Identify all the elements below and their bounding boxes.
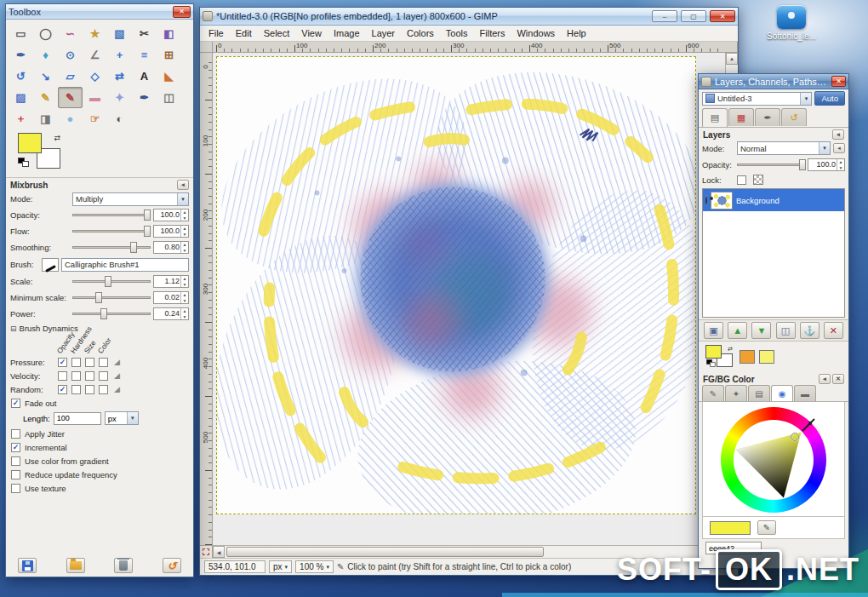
- flow-slider-handle[interactable]: [144, 226, 151, 237]
- layers-menu-button[interactable]: ◂: [832, 129, 844, 140]
- spin-down-icon[interactable]: ▼: [837, 165, 844, 171]
- close-button[interactable]: ✕: [710, 10, 735, 22]
- layer-mode-select[interactable]: Normal ▾: [737, 141, 831, 155]
- tool-color-picker[interactable]: ♦: [33, 44, 58, 66]
- menu-view[interactable]: View: [295, 26, 328, 41]
- color-tab-brushes[interactable]: ✦: [725, 385, 747, 401]
- quickmask-button[interactable]: [200, 545, 213, 558]
- layer-list[interactable]: Background: [702, 188, 845, 318]
- tool-free-select[interactable]: ∽: [58, 23, 83, 44]
- tool-paths[interactable]: ✒: [9, 44, 33, 66]
- opacity-spin[interactable]: 100.0▲▼: [153, 209, 189, 221]
- random-check-1[interactable]: [71, 385, 81, 394]
- color-tab-paint-options[interactable]: ✎: [702, 385, 724, 401]
- tool-blur-sharpen[interactable]: ●: [58, 108, 83, 129]
- tool-foreground-select[interactable]: ◧: [157, 23, 181, 44]
- tool-rotate[interactable]: ↺: [9, 66, 33, 87]
- vertical-ruler[interactable]: 0100200300400500: [200, 53, 213, 545]
- pressure-check-0[interactable]: ✓: [58, 358, 67, 367]
- mini-swatch-1[interactable]: [759, 350, 774, 364]
- tool-ink[interactable]: ✒: [132, 87, 157, 108]
- tool-scissors-select[interactable]: ✂: [132, 23, 157, 44]
- zoom-select[interactable]: 100 % ▾: [295, 560, 334, 573]
- anchor-layer-button[interactable]: ⚓: [800, 322, 819, 339]
- menu-windows[interactable]: Windows: [511, 26, 561, 41]
- tab-layers[interactable]: ▤: [702, 108, 728, 127]
- color-tab-colors[interactable]: ◉: [771, 385, 793, 401]
- horizontal-ruler[interactable]: 0100200300400500600: [213, 42, 725, 53]
- random-check-2[interactable]: [85, 385, 94, 394]
- pressure-check-2[interactable]: [85, 358, 94, 367]
- tool-shear[interactable]: ▱: [58, 66, 83, 87]
- tool-crop[interactable]: ⊞: [157, 44, 181, 66]
- ruler-corner-button[interactable]: [200, 42, 213, 53]
- image-select[interactable]: Untitled-3 ▾: [702, 92, 812, 106]
- velocity-check-2[interactable]: [85, 371, 94, 381]
- tool-perspective-clone[interactable]: ◨: [33, 108, 58, 129]
- horizontal-scroll-thumb[interactable]: [226, 547, 544, 557]
- tab-channels[interactable]: ▦: [728, 108, 754, 126]
- fg-bg-color-widget[interactable]: ⇄: [18, 133, 62, 170]
- tool-select-by-color[interactable]: ▧: [107, 23, 132, 44]
- color-tab-palettes[interactable]: ▤: [748, 385, 770, 401]
- smoothing-slider[interactable]: [72, 242, 151, 253]
- menu-layer[interactable]: Layer: [366, 26, 402, 41]
- menu-tools[interactable]: Tools: [440, 26, 474, 41]
- toolbox-titlebar[interactable]: Toolbox ✕: [6, 4, 193, 20]
- spin-down-icon[interactable]: ▼: [181, 314, 188, 320]
- tool-text[interactable]: A: [132, 66, 157, 87]
- tool-move[interactable]: +: [107, 44, 132, 66]
- tool-align[interactable]: ≡: [132, 44, 157, 66]
- pressure-check-3[interactable]: [99, 358, 108, 367]
- mini-swatch-0[interactable]: [740, 350, 755, 364]
- spin-down-icon[interactable]: ▼: [181, 248, 188, 254]
- desktop-shortcut-softonic[interactable]: Softonic_le...: [764, 5, 819, 41]
- menu-file[interactable]: File: [203, 26, 230, 41]
- spin-down-icon[interactable]: ▼: [181, 232, 188, 238]
- power-slider[interactable]: [72, 308, 151, 319]
- color-picker-button[interactable]: ✎: [757, 520, 776, 535]
- new-layer-button[interactable]: ▣: [704, 322, 723, 339]
- toolbox-close-button[interactable]: ✕: [173, 6, 191, 18]
- image-window-titlebar[interactable]: *Untitled-3.0 (RGB[No profiles embedded]…: [200, 8, 738, 26]
- restore-options-button[interactable]: [66, 558, 85, 573]
- tool-ellipse-select[interactable]: ◯: [33, 23, 58, 44]
- fg-bg-mini-widget[interactable]: ⇄: [705, 345, 734, 369]
- layer-opacity-spin[interactable]: 100.0 ▲▼: [808, 158, 845, 171]
- tool-fuzzy-select[interactable]: ★: [83, 23, 107, 44]
- tool-rectangle-select[interactable]: ▭: [9, 23, 33, 44]
- expander-icon[interactable]: ⊟: [10, 324, 17, 333]
- flow-slider[interactable]: [72, 226, 151, 237]
- power-spin[interactable]: 0.24▲▼: [153, 307, 189, 320]
- canvas-viewport[interactable]: [213, 53, 725, 545]
- tool-clone[interactable]: ◫: [157, 87, 181, 108]
- tool-bucket-fill[interactable]: ◣: [157, 66, 181, 87]
- scale-slider-handle[interactable]: [105, 276, 111, 287]
- menu-help[interactable]: Help: [561, 26, 592, 41]
- smoothing-slider-handle[interactable]: [130, 242, 137, 253]
- brush-select[interactable]: Calligraphic Brush#1: [61, 258, 189, 272]
- flow-spin[interactable]: 100.0▲▼: [153, 225, 189, 238]
- tool-heal[interactable]: +: [9, 108, 33, 129]
- tab-paths[interactable]: ✒: [755, 108, 780, 126]
- canvas[interactable]: [216, 56, 696, 514]
- swap-colors-icon[interactable]: ⇄: [728, 346, 733, 353]
- random-check-0[interactable]: ✓: [58, 385, 67, 394]
- tool-airbrush[interactable]: ✦: [107, 87, 132, 108]
- opacity-slider[interactable]: [72, 210, 151, 221]
- lock-alpha-checkbox[interactable]: [753, 175, 763, 185]
- fgbg-menu-button[interactable]: ◂: [819, 374, 831, 384]
- tool-options-menu-button[interactable]: ◂: [177, 180, 189, 190]
- hsv-triangle[interactable]: [721, 407, 826, 513]
- scroll-up-icon[interactable]: ▲: [726, 53, 738, 65]
- save-options-button[interactable]: [18, 558, 37, 573]
- duplicate-layer-button[interactable]: ◫: [776, 322, 796, 339]
- tool-flip[interactable]: ⇄: [107, 66, 132, 87]
- opacity-slider-handle[interactable]: [144, 210, 151, 221]
- length-unit-select[interactable]: px ▾: [105, 411, 139, 425]
- tool-measure[interactable]: ∠: [83, 44, 107, 66]
- apply-jitter-checkbox[interactable]: [11, 429, 20, 439]
- tool-pencil[interactable]: ✎: [33, 87, 58, 108]
- fade-out-checkbox[interactable]: ✓: [11, 399, 20, 408]
- tool-perspective[interactable]: ◇: [83, 66, 107, 87]
